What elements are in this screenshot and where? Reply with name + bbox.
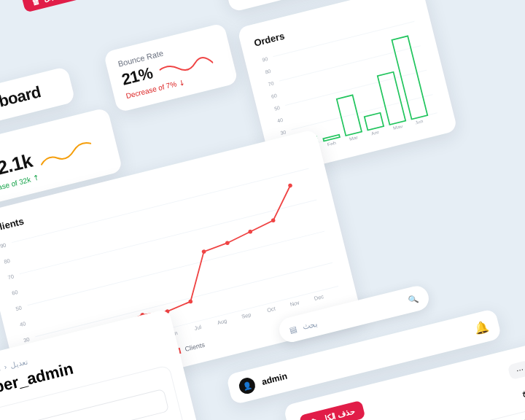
svg-line-9	[279, 46, 421, 81]
svg-text:80: 80	[265, 69, 271, 75]
svg-text:70: 70	[268, 81, 274, 88]
svg-rect-16	[365, 113, 384, 131]
svg-text:60: 60	[271, 93, 277, 99]
svg-text:Mar: Mar	[349, 135, 359, 142]
svg-point-44	[188, 299, 193, 304]
card-bounce: Bounce Rate 21% Decrease of 7%↘	[104, 23, 239, 113]
trend-up-icon: ↗	[31, 174, 42, 183]
bell-icon[interactable]: 🔔	[472, 319, 490, 335]
svg-text:60: 60	[11, 289, 18, 297]
delete-all-button[interactable]: 🗑 حذف الكل	[299, 400, 365, 420]
svg-line-10	[285, 70, 427, 105]
svg-text:Oct: Oct	[266, 306, 276, 314]
svg-text:50: 50	[15, 305, 23, 313]
svg-rect-14	[323, 135, 340, 141]
svg-text:Apr: Apr	[370, 129, 380, 137]
svg-text:Dec: Dec	[314, 293, 324, 302]
user-name: admin	[261, 371, 289, 387]
svg-point-48	[271, 218, 276, 223]
trash-icon: 🗑	[31, 0, 41, 6]
svg-text:May: May	[392, 123, 403, 131]
svg-point-45	[201, 249, 206, 254]
more-button[interactable]: ⋯	[508, 360, 525, 381]
trend-down-icon: ↘	[177, 77, 187, 88]
svg-text:Sep: Sep	[241, 311, 252, 320]
col-date: تاريخ	[521, 386, 525, 411]
svg-text:90: 90	[262, 56, 268, 63]
svg-text:40: 40	[277, 117, 284, 124]
svg-text:50: 50	[273, 105, 280, 112]
svg-line-35	[28, 231, 324, 306]
delete-record-button[interactable]: 🗑 حذف السجل	[21, 0, 96, 12]
svg-text:Jun: Jun	[415, 118, 424, 125]
delete-record-wrap: 🗑 حذف السجل	[21, 0, 96, 12]
svg-text:40: 40	[19, 320, 26, 328]
trash-icon: 🗑	[308, 416, 319, 420]
svg-text:90: 90	[0, 241, 7, 249]
layers-icon: ▤	[289, 324, 298, 335]
search-icon: 🔍	[408, 293, 420, 305]
svg-text:Aug: Aug	[217, 317, 228, 326]
svg-text:Nov: Nov	[289, 299, 300, 308]
svg-point-46	[225, 241, 230, 246]
svg-point-49	[288, 183, 293, 188]
svg-text:80: 80	[4, 257, 11, 265]
dashboard-title: Dashboard	[0, 77, 62, 120]
svg-text:30: 30	[280, 129, 287, 136]
avatar[interactable]: 👤	[238, 376, 257, 396]
svg-text:70: 70	[7, 273, 15, 281]
svg-text:Jul: Jul	[194, 324, 203, 332]
svg-line-11	[291, 95, 432, 130]
svg-point-47	[248, 229, 253, 234]
svg-text:Feb: Feb	[327, 140, 336, 147]
